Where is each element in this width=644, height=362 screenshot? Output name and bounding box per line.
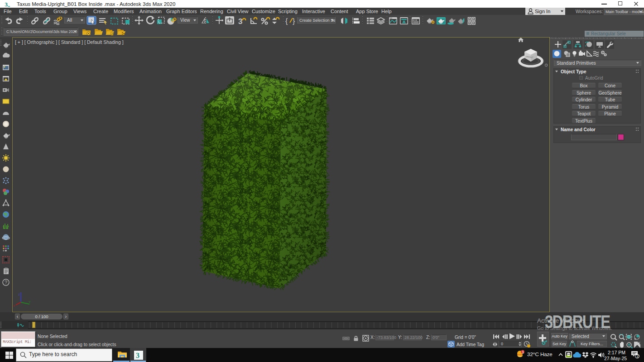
svg-text:3: 3 [238,17,242,25]
svg-text:?: ? [5,280,7,285]
svg-text:z: z [18,292,20,296]
svg-text:3: 3 [5,1,8,8]
svg-text:3: 3 [136,352,139,359]
svg-text:x: x [13,304,15,307]
svg-text:{: { [285,17,288,25]
svg-text:1: 1 [522,350,524,354]
svg-text:Y: Y [29,300,31,304]
svg-text:2: 2 [636,354,639,358]
svg-text:z: z [111,32,113,35]
